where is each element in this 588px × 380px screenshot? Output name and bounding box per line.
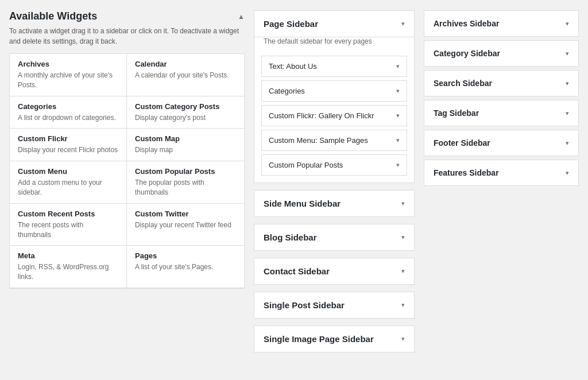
widget-item-desc: The popular posts with thumbnails — [135, 178, 236, 197]
sidebar-widget-name: Custom Flickr: Gallery On Flickr — [269, 111, 374, 120]
other-sidebar-item[interactable]: Archives Sidebar▾ — [424, 10, 579, 37]
collapse-icon[interactable]: ▲ — [238, 13, 245, 21]
widget-item-name: Custom Flickr — [18, 134, 118, 143]
other-sidebar-name: Tag Sidebar — [434, 108, 479, 118]
other-sidebar-name: Category Sidebar — [434, 49, 500, 58]
collapsed-sidebar-chevron: ▾ — [401, 301, 405, 309]
collapsed-sidebar-section: Contact Sidebar ▾ — [254, 258, 415, 285]
collapsed-sidebar-title: Single Post Sidebar — [264, 300, 345, 310]
sidebar-widget-chevron: ▾ — [396, 137, 400, 144]
widget-item[interactable]: Custom Popular PostsThe popular posts wi… — [127, 161, 244, 204]
widget-item-desc: The recent posts with thumbnails — [18, 220, 118, 240]
widget-item-name: Archives — [18, 60, 118, 68]
widget-item[interactable]: Custom Recent PostsThe recent posts with… — [10, 204, 127, 246]
widget-item[interactable]: Custom MapDisplay map — [127, 129, 244, 161]
collapsed-sidebar-chevron: ▾ — [401, 335, 405, 343]
widget-item-desc: Display category's post — [135, 113, 236, 123]
other-sidebar-item[interactable]: Tag Sidebar▾ — [424, 100, 579, 126]
widget-item-desc: Display map — [135, 145, 236, 155]
widget-item[interactable]: Custom Category PostsDisplay category's … — [127, 96, 244, 129]
page-sidebar-section: Page Sidebar ▾ The default sidebar for e… — [254, 10, 415, 183]
sidebar-widget-name: Categories — [269, 87, 305, 95]
collapsed-sidebar-section: Side Menu Sidebar ▾ — [254, 190, 415, 217]
available-widgets-header: Available Widgets ▲ — [9, 10, 245, 22]
page-sidebar-panel: Page Sidebar ▾ The default sidebar for e… — [254, 10, 415, 359]
other-sidebar-chevron: ▾ — [566, 110, 569, 117]
widget-item-name: Custom Twitter — [135, 210, 236, 218]
sidebar-widget-item[interactable]: Custom Flickr: Gallery On Flickr▾ — [261, 105, 407, 126]
sidebar-widget-name: Custom Popular Posts — [269, 161, 343, 169]
sidebar-widget-chevron: ▾ — [396, 112, 400, 119]
other-sidebar-name: Search Sidebar — [434, 79, 492, 88]
page-sidebar-chevron: ▾ — [401, 20, 405, 28]
widget-item-desc: Display your recent Flickr photos — [18, 145, 118, 155]
collapsed-sidebar-section: Single Image Page Sidebar ▾ — [254, 325, 415, 352]
sidebar-widget-item[interactable]: Categories▾ — [261, 80, 407, 102]
collapsed-sidebar-header[interactable]: Contact Sidebar ▾ — [254, 258, 414, 284]
collapsed-sidebar-title: Side Menu Sidebar — [264, 199, 341, 208]
widget-item-desc: A list of your site's Pages. — [135, 262, 236, 272]
widget-item-desc: A list or dropdown of categories. — [18, 113, 118, 123]
sidebar-widget-item[interactable]: Custom Menu: Sample Pages▾ — [261, 130, 407, 151]
collapsed-sidebar-header[interactable]: Blog Sidebar ▾ — [254, 224, 414, 250]
other-sidebar-item[interactable]: Category Sidebar▾ — [424, 40, 579, 67]
widget-item-name: Custom Category Posts — [135, 102, 236, 111]
widget-item-name: Pages — [135, 251, 236, 260]
collapsed-sidebar-title: Single Image Page Sidebar — [264, 334, 374, 344]
other-sidebar-item[interactable]: Footer Sidebar▾ — [424, 130, 579, 156]
widget-item-desc: A calendar of your site's Posts. — [135, 71, 236, 80]
available-widgets-panel: Available Widgets ▲ To activate a widget… — [9, 10, 245, 359]
widget-item-name: Custom Recent Posts — [18, 210, 118, 218]
widget-item[interactable]: CalendarA calendar of your site's Posts. — [127, 54, 244, 96]
collapsed-sidebar-chevron: ▾ — [401, 267, 405, 275]
sidebar-widget-name: Text: About Us — [269, 62, 317, 71]
widget-item-desc: Display your recent Twitter feed — [135, 220, 236, 230]
available-widgets-description: To activate a widget drag it to a sideba… — [9, 26, 245, 46]
page-sidebar-desc: The default sidebar for every pages — [254, 37, 414, 51]
widget-item-desc: A monthly archive of your site's Posts. — [18, 71, 118, 90]
collapsed-sidebar-header[interactable]: Single Post Sidebar ▾ — [254, 292, 414, 318]
collapsed-sidebar-title: Blog Sidebar — [264, 232, 317, 242]
widget-item-desc: Add a custom menu to your sidebar. — [18, 178, 118, 197]
widget-item[interactable]: ArchivesA monthly archive of your site's… — [10, 54, 127, 96]
widget-item[interactable]: Custom FlickrDisplay your recent Flickr … — [10, 129, 127, 161]
collapsed-sidebar-title: Contact Sidebar — [264, 266, 330, 276]
sidebar-widget-chevron: ▾ — [396, 87, 400, 95]
other-sidebars-panel: Archives Sidebar▾Category Sidebar▾Search… — [424, 10, 579, 359]
other-sidebar-name: Archives Sidebar — [434, 19, 499, 28]
widget-item-name: Categories — [18, 102, 118, 111]
widget-item-name: Custom Popular Posts — [135, 167, 236, 176]
widget-item[interactable]: MetaLogin, RSS, & WordPress.org links. — [10, 246, 127, 288]
page-sidebar-title: Page Sidebar — [264, 19, 318, 29]
widget-item-name: Calendar — [135, 60, 236, 68]
widgets-grid: ArchivesA monthly archive of your site's… — [9, 53, 245, 289]
widget-item-name: Custom Map — [135, 134, 236, 143]
other-sidebar-item[interactable]: Features Sidebar▾ — [424, 160, 579, 186]
widget-item[interactable]: PagesA list of your site's Pages. — [127, 246, 244, 288]
sidebar-widget-chevron: ▾ — [396, 161, 400, 169]
other-sidebar-name: Features Sidebar — [434, 168, 499, 177]
widget-item[interactable]: Custom MenuAdd a custom menu to your sid… — [10, 161, 127, 204]
collapsed-sidebars: Side Menu Sidebar ▾ Blog Sidebar ▾ Conta… — [254, 190, 415, 352]
sidebar-widget-item[interactable]: Custom Popular Posts▾ — [261, 154, 407, 176]
page-sidebar-widgets-list: Text: About Us▾Categories▾Custom Flickr:… — [254, 51, 414, 183]
sidebar-widget-item[interactable]: Text: About Us▾ — [261, 56, 407, 77]
collapsed-sidebar-section: Blog Sidebar ▾ — [254, 224, 415, 251]
other-sidebar-item[interactable]: Search Sidebar▾ — [424, 70, 579, 96]
other-sidebar-chevron: ▾ — [566, 169, 569, 177]
other-sidebar-chevron: ▾ — [566, 50, 569, 57]
widget-item-desc: Login, RSS, & WordPress.org links. — [18, 262, 118, 282]
other-sidebar-chevron: ▾ — [566, 20, 569, 28]
widget-item[interactable]: Custom TwitterDisplay your recent Twitte… — [127, 204, 244, 246]
other-sidebar-name: Footer Sidebar — [434, 138, 490, 148]
sidebar-widget-chevron: ▾ — [396, 63, 400, 70]
widget-item[interactable]: CategoriesA list or dropdown of categori… — [10, 96, 127, 129]
widget-item-name: Custom Menu — [18, 167, 118, 176]
other-sidebar-chevron: ▾ — [566, 139, 569, 147]
widget-item-name: Meta — [18, 251, 118, 260]
collapsed-sidebar-header[interactable]: Single Image Page Sidebar ▾ — [254, 326, 414, 352]
collapsed-sidebar-section: Single Post Sidebar ▾ — [254, 292, 415, 319]
collapsed-sidebar-chevron: ▾ — [401, 234, 405, 241]
collapsed-sidebar-header[interactable]: Side Menu Sidebar ▾ — [254, 191, 414, 216]
page-sidebar-header[interactable]: Page Sidebar ▾ — [254, 11, 414, 37]
